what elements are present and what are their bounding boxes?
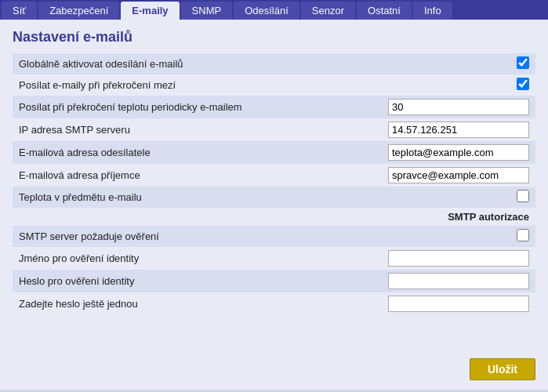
save-button-container: Uložit (470, 358, 535, 380)
smtp-field-label-1: Jméno pro ověření identity (13, 247, 368, 270)
checkbox-6[interactable] (517, 190, 529, 202)
smtp-field-value-2 (368, 270, 535, 292)
field-label-5: E-mailová adresa příjemce (13, 164, 368, 187)
field-value-3 (368, 118, 535, 141)
text-input-2[interactable] (388, 99, 529, 115)
smtp-field-value-1 (368, 247, 535, 270)
field-label-0: Globálně aktivovat odesílání e-mailů (13, 53, 368, 74)
smtp-field-label-3: Zadejte heslo ještě jednou (13, 292, 368, 315)
field-value-2 (368, 96, 535, 118)
text-input-4[interactable] (388, 144, 529, 161)
smtp-checkbox-0[interactable] (517, 229, 529, 241)
field-value-5 (368, 164, 535, 187)
smtp-password-input-2[interactable] (388, 273, 529, 289)
nav-tab-síť[interactable]: Síť (2, 2, 37, 20)
main-content: Nastavení e-mailů Globálně aktivovat ode… (0, 20, 548, 390)
settings-table: Globálně aktivovat odesílání e-mailůPosí… (13, 53, 535, 315)
text-input-5[interactable] (388, 167, 529, 183)
field-value-0 (368, 53, 535, 74)
smtp-field-value-0 (368, 226, 535, 247)
nav-tab-odesílání[interactable]: Odesílání (234, 2, 299, 20)
page-title: Nastavení e-mailů (13, 29, 535, 45)
field-value-4 (368, 141, 535, 164)
nav-tab-e-maily[interactable]: E-maily (121, 2, 179, 20)
smtp-text-input-1[interactable] (388, 250, 529, 267)
smtp-field-label-0: SMTP server požaduje ověření (13, 226, 368, 247)
nav-tab-zabezpečení[interactable]: Zabezpečení (38, 2, 119, 20)
field-value-6 (368, 187, 535, 208)
checkbox-1[interactable] (517, 78, 529, 90)
field-label-2: Posílat při překročení teplotu periodick… (13, 96, 368, 118)
text-input-3[interactable] (388, 122, 529, 138)
smtp-section-header: SMTP autorizace (13, 208, 535, 226)
smtp-field-value-3 (368, 292, 535, 315)
field-label-3: IP adresa SMTP serveru (13, 118, 368, 141)
nav-tab-info[interactable]: Info (413, 2, 452, 20)
checkbox-0[interactable] (517, 56, 529, 69)
field-label-1: Posílat e-maily při překročení mezí (13, 74, 368, 96)
field-value-1 (368, 74, 535, 96)
nav-bar: SíťZabezpečeníE-mailySNMPOdesíláníSenzor… (0, 0, 548, 20)
field-label-4: E-mailová adresa odesílatele (13, 141, 368, 164)
smtp-password-input-3[interactable] (388, 296, 529, 312)
nav-tab-snmp[interactable]: SNMP (181, 2, 233, 20)
save-button[interactable]: Uložit (470, 358, 535, 380)
smtp-field-label-2: Heslo pro ověření identity (13, 270, 368, 292)
nav-tab-ostatní[interactable]: Ostatní (357, 2, 412, 20)
field-label-6: Teplota v předmětu e-mailu (13, 187, 368, 208)
nav-tab-senzor[interactable]: Senzor (301, 2, 355, 20)
